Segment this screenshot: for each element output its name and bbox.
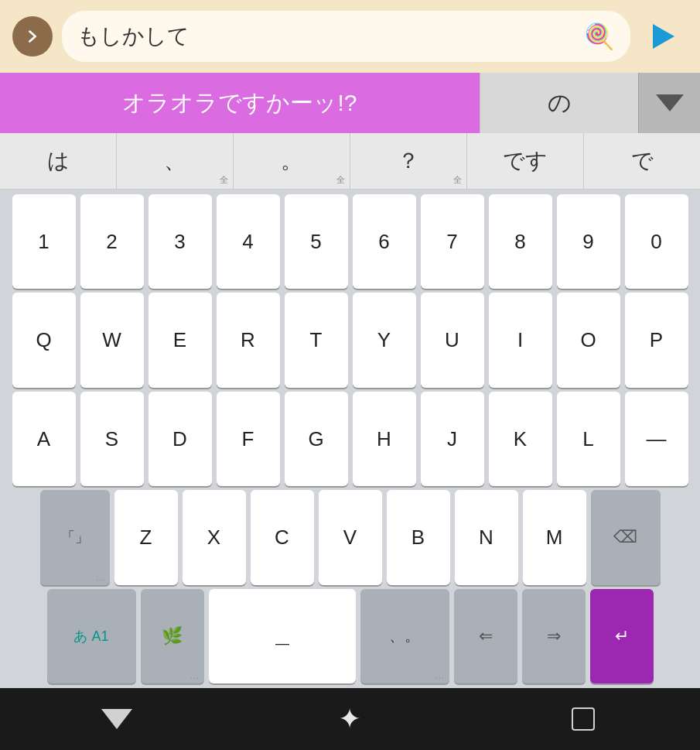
key-o[interactable]: O bbox=[557, 293, 620, 387]
key-bracket[interactable]: 「」 ... bbox=[40, 490, 110, 584]
key-6[interactable]: 6 bbox=[353, 194, 416, 289]
arrow-left-button[interactable]: ⇐ bbox=[454, 589, 517, 683]
key-e[interactable]: E bbox=[149, 293, 212, 387]
back-button[interactable] bbox=[12, 16, 53, 57]
nav-back-icon bbox=[101, 709, 132, 729]
key-9[interactable]: 9 bbox=[557, 194, 620, 289]
quick-key-comma[interactable]: 、 全 bbox=[117, 133, 234, 189]
search-input-wrapper[interactable]: もしかして 🍭 bbox=[62, 11, 630, 62]
key-d[interactable]: D bbox=[149, 392, 212, 486]
quick-key-ha[interactable]: は bbox=[0, 133, 117, 189]
enter-button[interactable]: ↵ bbox=[590, 589, 654, 683]
nav-back-button[interactable] bbox=[94, 696, 140, 742]
key-m[interactable]: M bbox=[523, 490, 586, 584]
suggestion-expand-button[interactable] bbox=[638, 73, 700, 133]
arrow-right-icon: ⇒ bbox=[547, 626, 561, 646]
key-y[interactable]: Y bbox=[353, 293, 416, 387]
nav-bar: ✦ bbox=[0, 688, 700, 750]
key-r[interactable]: R bbox=[217, 293, 280, 387]
key-3[interactable]: 3 bbox=[149, 194, 212, 289]
quick-key-desu[interactable]: です bbox=[467, 133, 584, 189]
key-b[interactable]: B bbox=[387, 490, 450, 584]
asdf-row: A S D F G H J K L — bbox=[3, 392, 697, 486]
suggestion-main[interactable]: オラオラですかーッ!? bbox=[0, 73, 480, 133]
space-bar-label: ＿ bbox=[272, 622, 292, 649]
key-j[interactable]: J bbox=[421, 392, 484, 486]
suggestion-bar: オラオラですかーッ!? の bbox=[0, 73, 700, 133]
quick-key-question-sub: 全 bbox=[453, 174, 462, 186]
key-k[interactable]: K bbox=[489, 392, 552, 486]
quick-key-comma-sub: 全 bbox=[220, 174, 228, 186]
key-dash[interactable]: — bbox=[625, 392, 688, 486]
key-q[interactable]: Q bbox=[12, 293, 76, 387]
qwerty-row: Q W E R T Y U I O P bbox=[3, 293, 697, 387]
emoji-icon: 🌿 bbox=[162, 626, 183, 646]
backspace-icon: ⌫ bbox=[613, 527, 637, 547]
space-key[interactable]: ＿ bbox=[209, 589, 356, 683]
arrow-right-button[interactable]: ⇒ bbox=[522, 589, 586, 683]
nav-home-icon: ✦ bbox=[338, 703, 361, 735]
quick-key-period[interactable]: 。 全 bbox=[234, 133, 350, 189]
backspace-button[interactable]: ⌫ bbox=[591, 490, 661, 584]
key-5[interactable]: 5 bbox=[285, 194, 348, 289]
key-8[interactable]: 8 bbox=[489, 194, 552, 289]
key-p[interactable]: P bbox=[625, 293, 688, 387]
kana-toggle-button[interactable]: あ A1 bbox=[47, 589, 136, 683]
send-button[interactable] bbox=[640, 16, 688, 57]
kana-toggle-label: あ A1 bbox=[73, 627, 108, 646]
suggestion-main-text: オラオラですかーッ!? bbox=[122, 87, 357, 119]
lollipop-icon: 🍭 bbox=[584, 22, 615, 51]
bottom-row: あ A1 🌿 ... ＿ 、。 ... ⇐ ⇒ ↵ bbox=[3, 589, 697, 683]
key-7[interactable]: 7 bbox=[421, 194, 484, 289]
quick-key-period-sub: 全 bbox=[336, 174, 345, 186]
key-2[interactable]: 2 bbox=[80, 194, 144, 289]
key-c[interactable]: C bbox=[251, 490, 314, 584]
top-bar: もしかして 🍭 bbox=[0, 0, 700, 73]
punct-key[interactable]: 、。 ... bbox=[360, 589, 449, 683]
key-l[interactable]: L bbox=[557, 392, 620, 486]
send-arrow-icon bbox=[653, 24, 674, 49]
emoji-button[interactable]: 🌿 ... bbox=[141, 589, 204, 683]
quick-key-question[interactable]: ？ 全 bbox=[350, 133, 467, 189]
chevron-right-icon bbox=[24, 28, 41, 45]
nav-recent-icon bbox=[572, 707, 595, 731]
chevron-down-icon bbox=[656, 94, 684, 111]
suggestion-secondary-text: の bbox=[548, 87, 572, 119]
key-w[interactable]: W bbox=[80, 293, 144, 387]
key-1[interactable]: 1 bbox=[12, 194, 76, 289]
search-text: もしかして bbox=[77, 22, 190, 51]
nav-recent-button[interactable] bbox=[560, 696, 606, 742]
key-i[interactable]: I bbox=[489, 293, 552, 387]
key-x[interactable]: X bbox=[183, 490, 246, 584]
zxcv-row: 「」 ... Z X C V B N M ⌫ bbox=[3, 490, 697, 584]
key-4[interactable]: 4 bbox=[217, 194, 280, 289]
key-a[interactable]: A bbox=[12, 392, 76, 486]
key-h[interactable]: H bbox=[353, 392, 416, 486]
nav-home-button[interactable]: ✦ bbox=[326, 696, 373, 742]
key-0[interactable]: 0 bbox=[625, 194, 688, 289]
key-s[interactable]: S bbox=[80, 392, 144, 486]
suggestion-secondary[interactable]: の bbox=[480, 73, 638, 133]
quick-key-de[interactable]: で bbox=[584, 133, 700, 189]
key-z[interactable]: Z bbox=[114, 490, 178, 584]
key-v[interactable]: V bbox=[319, 490, 382, 584]
quick-suggestions-row: は 、 全 。 全 ？ 全 です で bbox=[0, 133, 700, 190]
key-u[interactable]: U bbox=[421, 293, 484, 387]
arrow-left-icon: ⇐ bbox=[479, 626, 493, 646]
number-row: 1 2 3 4 5 6 7 8 9 0 bbox=[3, 194, 697, 289]
key-n[interactable]: N bbox=[455, 490, 518, 584]
key-f[interactable]: F bbox=[217, 392, 280, 486]
key-g[interactable]: G bbox=[285, 392, 348, 486]
enter-icon: ↵ bbox=[615, 626, 629, 646]
keyboard: 1 2 3 4 5 6 7 8 9 0 Q W E R T Y U I O P … bbox=[0, 190, 700, 688]
key-t[interactable]: T bbox=[285, 293, 348, 387]
